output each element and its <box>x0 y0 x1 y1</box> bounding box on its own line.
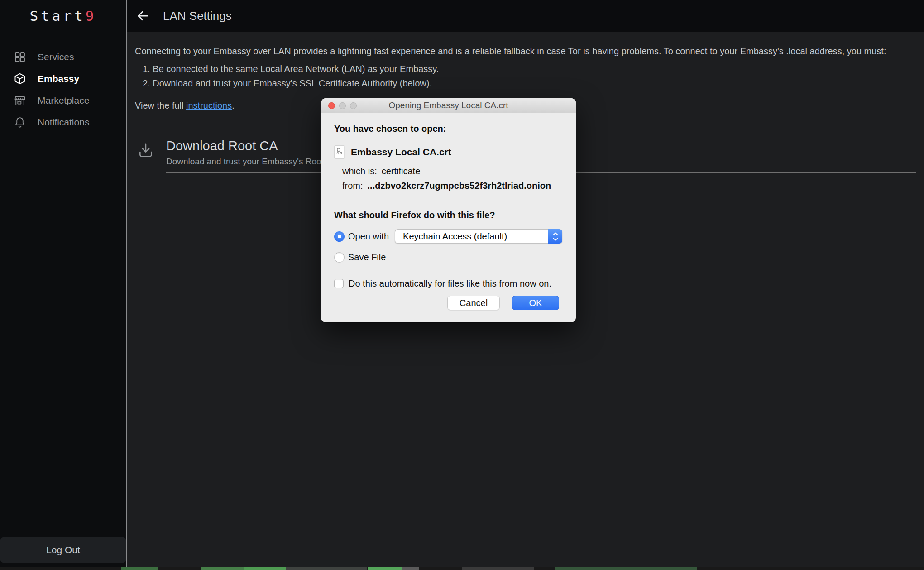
bottom-window-edge <box>0 567 924 570</box>
sidebar-nav: Services Embassy Marketplace <box>0 32 126 133</box>
open-with-radio[interactable] <box>334 231 345 242</box>
view-full-suffix: . <box>232 101 235 110</box>
sidebar-item-services[interactable]: Services <box>0 46 126 68</box>
view-full-prefix: View the full <box>135 101 186 110</box>
save-file-label: Save File <box>348 252 386 263</box>
strip-segment <box>368 567 402 570</box>
page-header: LAN Settings <box>127 0 924 32</box>
sidebar-item-label: Notifications <box>38 117 89 128</box>
open-with-label: Open with <box>348 231 389 242</box>
bell-icon <box>14 116 26 129</box>
dialog-title: Opening Embassy Local CA.crt <box>388 101 508 110</box>
cube-icon <box>14 72 26 85</box>
from-label: from: <box>342 181 363 191</box>
intro-text: Connecting to your Embassy over LAN prov… <box>135 46 916 57</box>
save-file-row: Save File <box>334 252 562 263</box>
remember-row: Do this automatically for files like thi… <box>334 278 562 289</box>
strip-segment <box>462 567 534 570</box>
strip-segment <box>286 567 367 570</box>
open-with-row: Open with Keychain Access (default) <box>334 229 562 244</box>
strip-segment <box>244 567 286 570</box>
close-button[interactable] <box>328 102 335 109</box>
open-with-select[interactable]: Keychain Access (default) <box>395 229 562 244</box>
select-stepper-icon <box>548 229 562 244</box>
strip-segment <box>402 567 419 570</box>
strip-segment <box>121 567 158 570</box>
grid-icon <box>14 51 26 63</box>
from-row: from: ...dzbvo2kcrz7ugmpcbs52f3rh2tlriad… <box>342 181 562 191</box>
file-row: Embassy Local CA.crt <box>334 145 562 159</box>
strip-segment <box>555 567 697 570</box>
arrow-back-icon <box>135 9 150 23</box>
log-out-button[interactable]: Log Out <box>0 537 126 563</box>
dialog-titlebar[interactable]: Opening Embassy Local CA.crt <box>321 98 576 113</box>
logo-accent: 9 <box>86 8 97 24</box>
sidebar-item-marketplace[interactable]: Marketplace <box>0 90 126 111</box>
steps-list: 1. Be connected to the same Local Area N… <box>143 63 916 89</box>
which-is-row: which is: certificate <box>342 166 562 177</box>
traffic-lights <box>328 98 357 113</box>
log-out-label: Log Out <box>46 545 80 556</box>
dialog-buttons: Cancel OK <box>447 296 559 310</box>
zoom-button[interactable] <box>350 102 357 109</box>
step-item: 1. Be connected to the same Local Area N… <box>143 63 916 74</box>
remember-checkbox[interactable] <box>334 279 344 288</box>
download-icon <box>137 141 154 159</box>
certificate-file-icon <box>334 145 345 159</box>
cancel-button[interactable]: Cancel <box>447 296 500 310</box>
logout-divider <box>0 536 126 536</box>
start9-logo: Start9 <box>0 0 126 32</box>
which-is-value: certificate <box>382 166 421 177</box>
sidebar-item-notifications[interactable]: Notifications <box>0 111 126 133</box>
save-file-radio[interactable] <box>334 252 345 263</box>
step-item: 2. Download and trust your Embassy's SSL… <box>143 78 916 89</box>
page-title: LAN Settings <box>163 9 232 23</box>
sidebar-item-label: Embassy <box>38 73 79 84</box>
ok-button[interactable]: OK <box>512 296 559 310</box>
open-with-value: Keychain Access (default) <box>395 231 507 242</box>
logo-text: Start <box>30 8 86 24</box>
sidebar-item-label: Marketplace <box>38 95 89 106</box>
dialog-body: You have chosen to open: Embassy Local C… <box>321 113 576 322</box>
which-is-label: which is: <box>342 166 377 177</box>
question-heading: What should Firefox do with this file? <box>334 210 562 220</box>
file-name: Embassy Local CA.crt <box>351 147 451 158</box>
minimize-button[interactable] <box>339 102 346 109</box>
remember-label: Do this automatically for files like thi… <box>349 278 551 289</box>
instructions-link[interactable]: instructions <box>186 101 232 110</box>
file-meta: which is: certificate from: ...dzbvo2kcr… <box>342 166 562 191</box>
strip-segment <box>201 567 244 570</box>
sidebar: Start9 Services Embassy <box>0 0 127 570</box>
back-button[interactable] <box>135 8 150 24</box>
sidebar-item-embassy[interactable]: Embassy <box>0 68 126 90</box>
firefox-open-file-dialog: Opening Embassy Local CA.crt You have ch… <box>321 98 576 322</box>
storefront-icon <box>14 94 26 107</box>
from-value: ...dzbvo2kcrz7ugmpcbs52f3rh2tlriad.onion <box>368 181 551 191</box>
sidebar-item-label: Services <box>38 52 74 62</box>
chosen-heading: You have chosen to open: <box>334 124 562 134</box>
